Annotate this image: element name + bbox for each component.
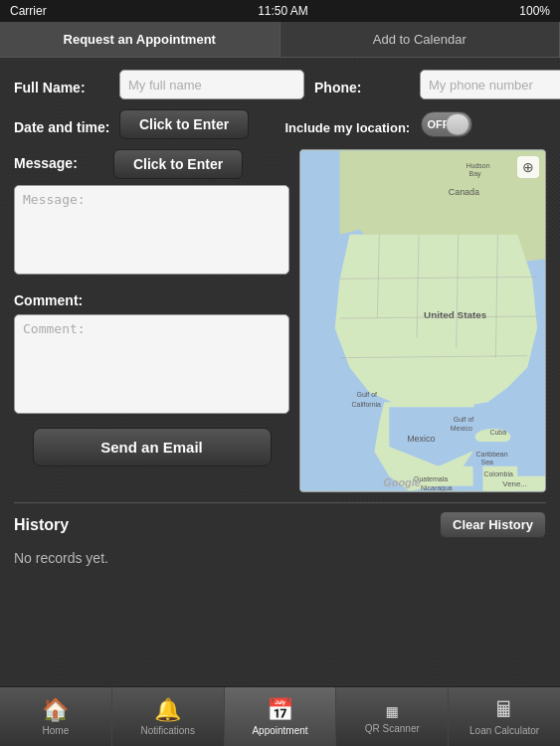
tab-appointment[interactable]: 📅 Appointment — [225, 687, 337, 746]
tab-notifications-label: Notifications — [140, 725, 194, 736]
tab-notifications[interactable]: 🔔 Notifications — [112, 687, 225, 746]
status-bar: Carrier 11:50 AM 100% — [0, 0, 560, 22]
message-label: Message: — [14, 149, 113, 171]
datetime-col: Date and time: Click to Enter — [14, 109, 276, 139]
location-col: Include my location: OFF — [285, 111, 547, 137]
phone-col: Phone: — [314, 70, 560, 99]
send-email-button[interactable]: Send an Email — [33, 428, 272, 466]
notifications-icon: 🔔 — [154, 697, 181, 723]
tab-qr-label: QR Scanner — [365, 723, 420, 734]
home-icon: 🏠 — [42, 697, 69, 723]
message-textarea[interactable] — [14, 185, 289, 275]
map-compass-icon[interactable]: ⊕ — [517, 156, 539, 178]
history-header: History Clear History — [14, 511, 546, 538]
history-title: History — [14, 516, 69, 534]
qr-icon: ▦ — [387, 700, 398, 721]
svg-text:Nicaragua: Nicaragua — [421, 484, 453, 491]
fullname-col: Full Name: — [14, 70, 304, 99]
fullname-label: Full Name: — [14, 74, 113, 95]
toggle-switch[interactable]: OFF — [421, 111, 472, 137]
message-btn-row: Message: Click to Enter — [14, 149, 289, 179]
svg-text:Caribbean: Caribbean — [476, 451, 508, 458]
svg-text:Mexico: Mexico — [451, 425, 472, 432]
svg-text:Hudson: Hudson — [467, 162, 490, 169]
datetime-label: Date and time: — [14, 113, 113, 135]
tab-add-to-calendar[interactable]: Add to Calendar — [280, 22, 561, 57]
left-forms: Message: Click to Enter Comment: Send an… — [14, 149, 289, 492]
svg-text:Bay: Bay — [469, 170, 481, 178]
svg-text:Mexico: Mexico — [407, 434, 435, 444]
main-content: Full Name: Phone: Date and time: Click t… — [0, 58, 560, 686]
svg-text:Google: Google — [383, 476, 421, 488]
tab-loan-label: Loan Calculator — [469, 725, 539, 736]
top-tab-bar: Request an Appointment Add to Calendar — [0, 22, 560, 58]
svg-text:Vene...: Vene... — [502, 479, 527, 488]
svg-text:United States: United States — [424, 309, 487, 320]
phone-input[interactable] — [420, 70, 560, 99]
svg-text:Canada: Canada — [449, 187, 479, 197]
no-records-text: No records yet. — [14, 546, 546, 570]
svg-text:Colombia: Colombia — [484, 470, 513, 477]
map-area[interactable]: Canada United States Mexico Gulf of Cali… — [299, 149, 546, 492]
location-label: Include my location: — [285, 114, 415, 135]
map-svg: Canada United States Mexico Gulf of Cali… — [300, 150, 545, 491]
comment-label-row: Comment: — [14, 286, 289, 308]
appointment-icon: 📅 — [267, 697, 293, 723]
datetime-location-row: Date and time: Click to Enter Include my… — [14, 109, 546, 139]
tab-loan-calculator[interactable]: 🖩 Loan Calculator — [449, 687, 560, 746]
location-toggle[interactable]: OFF — [421, 111, 472, 137]
tab-request-appointment[interactable]: Request an Appointment — [0, 22, 280, 57]
toggle-knob — [446, 113, 469, 135]
tab-appointment-label: Appointment — [252, 725, 307, 736]
name-phone-row: Full Name: Phone: — [14, 70, 546, 99]
time-label: 11:50 AM — [258, 4, 308, 18]
fullname-input[interactable] — [119, 70, 304, 99]
phone-label: Phone: — [314, 74, 414, 95]
datetime-button[interactable]: Click to Enter — [119, 109, 249, 139]
message-section: Message: Click to Enter — [14, 149, 289, 279]
svg-text:California: California — [352, 401, 381, 408]
battery-label: 100% — [519, 4, 550, 18]
bottom-tab-bar: 🏠 Home 🔔 Notifications 📅 Appointment ▦ Q… — [0, 686, 560, 746]
comment-textarea[interactable] — [14, 314, 289, 414]
comment-section: Comment: — [14, 286, 289, 418]
middle-section: Message: Click to Enter Comment: Send an… — [14, 149, 546, 492]
svg-text:Gulf of: Gulf of — [454, 416, 474, 423]
svg-text:Cuba: Cuba — [489, 429, 506, 436]
tab-qr-scanner[interactable]: ▦ QR Scanner — [336, 687, 449, 746]
message-button[interactable]: Click to Enter — [113, 149, 243, 179]
svg-text:Gulf of: Gulf of — [357, 391, 378, 398]
history-section: History Clear History No records yet. — [14, 502, 546, 570]
tab-home[interactable]: 🏠 Home — [0, 687, 112, 746]
svg-text:Sea: Sea — [481, 459, 493, 466]
clear-history-button[interactable]: Clear History — [440, 511, 546, 538]
comment-label: Comment: — [14, 286, 113, 308]
carrier-label: Carrier — [10, 4, 47, 18]
calculator-icon: 🖩 — [493, 697, 515, 723]
tab-home-label: Home — [43, 725, 70, 736]
